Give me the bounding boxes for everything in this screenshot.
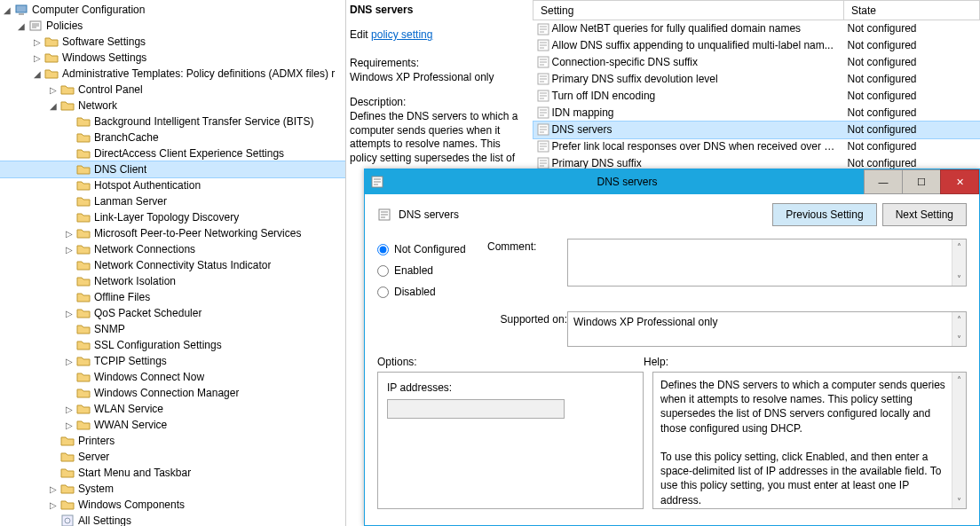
table-row[interactable]: IDN mappingNot configured [533,105,980,122]
tree-item[interactable]: SSL Configuration Settings [0,337,345,353]
tree-label: SNMP [94,323,125,335]
radio-not-configured[interactable]: Not Configured [377,239,487,260]
expand-icon[interactable]: ▷ [32,52,43,63]
table-row[interactable]: Allow NetBT queries for fully qualified … [533,20,980,37]
tree-label: Start Menu and Taskbar [78,467,191,479]
tree-item[interactable]: BranchCache [0,130,345,145]
tree-label: Network Connections [94,243,195,255]
expand-icon[interactable]: ▷ [64,356,75,366]
tree-item[interactable]: Network Connectivity Status Indicator [0,257,345,273]
tree-item[interactable]: Windows Connection Manager [0,385,345,401]
table-row[interactable]: Primary DNS suffix devolution levelNot c… [533,71,980,88]
help-pane: Defines the DNS servers to which a compu… [652,372,967,509]
collapse-icon[interactable]: ◢ [16,20,27,31]
scroll-down-button[interactable]: ˅ [952,271,966,286]
scroll-up-button[interactable]: ˄ [952,312,966,326]
folder-icon [76,258,91,272]
tree-item[interactable]: DNS Client [0,161,345,177]
tree-item[interactable]: Server [0,449,345,465]
tree-label: DNS Client [94,163,146,176]
tree-item[interactable]: ▷TCPIP Settings [0,353,345,369]
folder-icon [76,242,91,256]
expand-icon[interactable]: ▷ [64,420,75,430]
radio-enabled[interactable]: Enabled [377,260,487,281]
scroll-up-button[interactable]: ˄ [952,239,966,254]
close-button[interactable]: ✕ [940,169,979,194]
tree-policies[interactable]: ◢ Policies [0,18,345,34]
tree-item[interactable]: ▷QoS Packet Scheduler [0,305,345,321]
tree-item[interactable]: Lanman Server [0,193,345,209]
tree-item[interactable]: ▷Windows Components [0,497,345,513]
folder-icon [76,290,91,304]
comment-textarea[interactable]: ˄ ˅ [567,239,967,287]
maximize-button[interactable]: ☐ [902,169,941,194]
previous-setting-button[interactable]: Previous Setting [772,203,876,226]
tree-item[interactable]: Network Isolation [0,273,345,289]
expand-icon[interactable]: ▷ [48,499,59,510]
help-paragraph: Defines the DNS servers to which a compu… [660,378,948,436]
tree-computer-configuration[interactable]: ◢ Computer Configuration [0,2,345,18]
tree-control-panel[interactable]: ▷Control Panel [0,82,345,98]
column-setting[interactable]: Setting [533,1,844,20]
tree-item[interactable]: All Settings [0,513,345,526]
expand-icon[interactable]: ▷ [64,308,75,318]
tree-windows-settings[interactable]: ▷Windows Settings [0,50,345,66]
tree-item[interactable]: ▷Microsoft Peer-to-Peer Networking Servi… [0,225,345,241]
expand-icon[interactable]: ▷ [64,404,75,414]
table-row[interactable]: Connection-specific DNS suffixNot config… [533,54,980,71]
tree-item[interactable]: Start Menu and Taskbar [0,465,345,481]
tree-label: System [78,483,114,495]
setting-icon [537,73,549,85]
expand-icon[interactable]: ▷ [64,228,75,239]
column-state[interactable]: State [844,1,980,20]
tree-item[interactable]: Background Intelligent Transfer Service … [0,114,345,130]
table-row[interactable]: Prefer link local responses over DNS whe… [533,138,980,155]
tree-admin-templates[interactable]: ◢Administrative Templates: Policy defini… [0,66,345,82]
tree-software-settings[interactable]: ▷Software Settings [0,34,345,50]
folder-icon [60,466,75,480]
collapse-icon[interactable]: ◢ [2,4,12,15]
tree-item[interactable]: ▷System [0,481,345,497]
folder-icon [60,434,75,448]
expand-icon[interactable]: ▷ [48,483,59,494]
table-row[interactable]: Turn off IDN encodingNot configured [533,88,980,105]
tree-item[interactable]: ▷Network Connections [0,241,345,257]
folder-icon [60,450,75,464]
scroll-down-button[interactable]: ˅ [952,494,966,508]
tree-label: WWAN Service [94,419,167,431]
settings-table: Setting State Allow NetBT queries for fu… [533,0,980,172]
tree-item[interactable]: Offline Files [0,289,345,305]
setting-name: Primary DNS suffix [552,157,642,169]
next-setting-button[interactable]: Next Setting [882,203,967,226]
tree-item[interactable]: DirectAccess Client Experience Settings [0,145,345,161]
folder-icon [76,114,91,129]
tree-item[interactable]: ▷WLAN Service [0,401,345,417]
policy-setting-link[interactable]: policy setting [371,28,432,41]
table-row[interactable]: DNS serversNot configured [533,122,980,138]
collapse-icon[interactable]: ◢ [32,68,43,79]
dialog-titlebar[interactable]: DNS servers — ☐ ✕ [365,169,979,194]
tree-item[interactable]: ▷WWAN Service [0,417,345,433]
state-radio-group: Not Configured Enabled Disabled [377,239,487,302]
expand-icon[interactable]: ▷ [48,84,59,95]
minimize-button[interactable]: — [864,169,903,194]
expand-icon[interactable]: ▷ [32,36,43,47]
tree-item[interactable]: Hotspot Authentication [0,177,345,193]
expand-icon[interactable]: ▷ [64,244,75,255]
tree-item[interactable]: Link-Layer Topology Discovery [0,209,345,225]
scroll-down-button[interactable]: ˅ [952,332,966,346]
tree-label: Windows Connection Manager [94,387,239,399]
requirements-label: Requirements: [350,57,526,69]
scroll-up-button[interactable]: ˄ [952,373,966,387]
computer-icon [14,3,28,17]
collapse-icon[interactable]: ◢ [48,100,59,111]
help-label: Help: [644,356,668,368]
tree-item[interactable]: Printers [0,433,345,449]
radio-disabled[interactable]: Disabled [377,281,487,302]
tree-network[interactable]: ◢Network [0,98,345,114]
setting-icon [537,140,549,153]
tree-item[interactable]: SNMP [0,321,345,337]
ip-addresses-input[interactable] [387,399,565,419]
table-row[interactable]: Allow DNS suffix appending to unqualifie… [533,37,980,54]
tree-item[interactable]: Windows Connect Now [0,369,345,385]
